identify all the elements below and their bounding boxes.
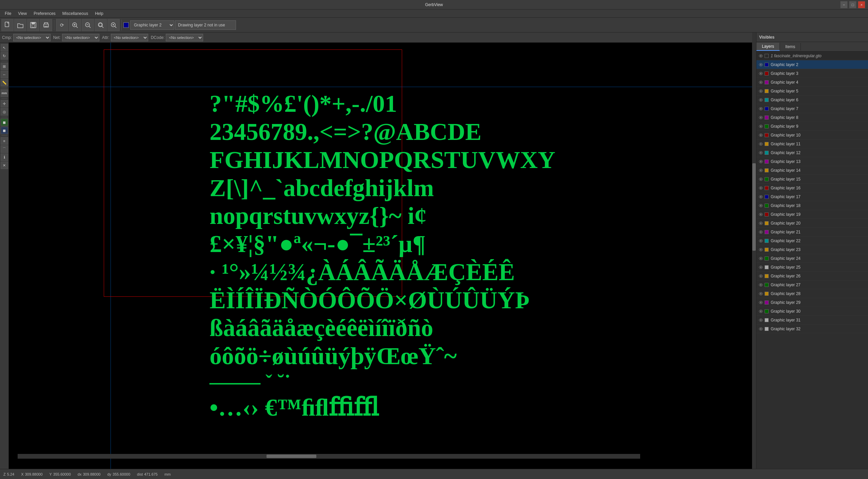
- layer-row[interactable]: 1 fascinate_inlineregular.gto: [756, 51, 868, 60]
- layer-row[interactable]: Graphic layer 23: [756, 245, 868, 254]
- layer-visibility-icon[interactable]: [758, 98, 763, 102]
- layer-row[interactable]: Graphic layer 11: [756, 140, 868, 148]
- layer-visibility-icon[interactable]: [758, 309, 763, 314]
- layer-visibility-icon[interactable]: [758, 186, 763, 190]
- layer-visibility-icon[interactable]: [758, 159, 763, 164]
- panel-scrollbar-thumb[interactable]: [752, 163, 756, 251]
- layer-visibility-icon[interactable]: [758, 274, 763, 278]
- layer-selector[interactable]: Graphic layer 2 Graphic layer 3 Graphic …: [130, 20, 174, 30]
- layer-visibility-icon[interactable]: [758, 62, 763, 67]
- layer-visibility-icon[interactable]: [758, 194, 763, 199]
- tab-items[interactable]: Items: [780, 43, 801, 50]
- layer-row[interactable]: Graphic layer 31: [756, 316, 868, 325]
- attr-select[interactable]: <No selection>: [111, 34, 148, 41]
- layer-visibility-icon[interactable]: [758, 168, 763, 173]
- info-tool[interactable]: ℹ: [1, 153, 8, 161]
- layer-row[interactable]: Graphic layer 20: [756, 219, 868, 228]
- zoom-area-button[interactable]: [107, 19, 120, 31]
- arc-tool[interactable]: ⌒: [1, 145, 8, 153]
- layer-row[interactable]: Graphic layer 24: [756, 254, 868, 263]
- tab-layers[interactable]: Layers: [756, 43, 780, 51]
- layer-row[interactable]: Graphic layer 32: [756, 325, 868, 333]
- layers-list[interactable]: 1 fascinate_inlineregular.gtoGraphic lay…: [756, 51, 868, 469]
- layer-row[interactable]: Graphic layer 17: [756, 192, 868, 201]
- layer-row[interactable]: Graphic layer 28: [756, 289, 868, 298]
- layer-visibility-icon[interactable]: [758, 133, 763, 138]
- layer-row[interactable]: Graphic layer 4: [756, 78, 868, 87]
- open-button[interactable]: [14, 19, 26, 31]
- save-button[interactable]: [27, 19, 39, 31]
- layer-visibility-icon[interactable]: [758, 230, 763, 234]
- layer-row[interactable]: Graphic layer 6: [756, 96, 868, 104]
- zoom-in-button[interactable]: [69, 19, 81, 31]
- layer-visibility-icon[interactable]: [758, 327, 763, 331]
- lines-tool[interactable]: ≡: [1, 137, 8, 145]
- layer-visibility-icon[interactable]: [758, 106, 763, 111]
- cmp-select[interactable]: <No selection>: [13, 34, 51, 41]
- layer-row[interactable]: Graphic layer 29: [756, 298, 868, 307]
- layer-visibility-icon[interactable]: [758, 80, 763, 85]
- layer-row[interactable]: Graphic layer 8: [756, 113, 868, 122]
- menu-file[interactable]: File: [1, 11, 15, 17]
- rotate-tool[interactable]: ↻: [1, 52, 8, 60]
- maximize-button[interactable]: □: [849, 1, 856, 8]
- layer-visibility-icon[interactable]: [758, 115, 763, 120]
- close-button[interactable]: ×: [858, 1, 865, 8]
- layer-visibility-icon[interactable]: [758, 212, 763, 217]
- layer-row[interactable]: Graphic layer 18: [756, 201, 868, 210]
- select-tool[interactable]: ↖: [1, 44, 8, 51]
- layer-visibility-icon[interactable]: [758, 291, 763, 296]
- layer-row[interactable]: Graphic layer 7: [756, 104, 868, 113]
- layer-tool-1[interactable]: ◼: [1, 119, 8, 126]
- horizontal-scrollbar[interactable]: [18, 454, 640, 459]
- layer-visibility-icon[interactable]: [758, 318, 763, 322]
- layer-visibility-icon[interactable]: [758, 300, 763, 305]
- measure-tool[interactable]: ↔: [1, 71, 8, 78]
- print-button[interactable]: [40, 19, 52, 31]
- layer-visibility-icon[interactable]: [758, 265, 763, 270]
- layer-visibility-icon[interactable]: [758, 177, 763, 182]
- zoom-fit-button[interactable]: [95, 19, 107, 31]
- cursor-tool[interactable]: ✛: [1, 100, 8, 107]
- layer-visibility-icon[interactable]: [758, 283, 763, 287]
- ruler-tool[interactable]: 📏: [1, 79, 8, 86]
- layer-row[interactable]: Graphic layer 19: [756, 210, 868, 219]
- layer-row[interactable]: Graphic layer 27: [756, 280, 868, 289]
- layer-row[interactable]: Graphic layer 15: [756, 175, 868, 184]
- menu-preferences[interactable]: Preferences: [30, 11, 59, 17]
- minimize-button[interactable]: −: [840, 1, 848, 8]
- layer-visibility-icon[interactable]: [758, 203, 763, 208]
- layer-row[interactable]: Graphic layer 10: [756, 131, 868, 140]
- layer-row[interactable]: Graphic layer 12: [756, 148, 868, 157]
- layer-visibility-icon[interactable]: [758, 142, 763, 146]
- menu-view[interactable]: View: [15, 11, 30, 17]
- layer-visibility-icon[interactable]: [758, 54, 763, 58]
- net-select[interactable]: <No selection>: [62, 34, 99, 41]
- layer-visibility-icon[interactable]: [758, 124, 763, 129]
- layer-row[interactable]: Graphic layer 30: [756, 307, 868, 316]
- hscroll-thumb[interactable]: [267, 455, 316, 458]
- layer-row[interactable]: Graphic layer 22: [756, 236, 868, 245]
- layer-row[interactable]: Graphic layer 9: [756, 122, 868, 131]
- zoom-out-button[interactable]: [82, 19, 94, 31]
- canvas-area[interactable]: ?"#$%£'()*+,-./01 23456789.,<=>?@ABCDE F…: [9, 43, 756, 469]
- layer-row[interactable]: Graphic layer 3: [756, 69, 868, 78]
- grid-tool[interactable]: ⊞: [1, 63, 8, 70]
- panel-scrollbar[interactable]: [752, 33, 756, 469]
- mm-label[interactable]: mm: [1, 89, 8, 97]
- layer-row[interactable]: Graphic layer 25: [756, 263, 868, 272]
- layer-visibility-icon[interactable]: [758, 71, 763, 76]
- layer-row[interactable]: Graphic layer 21: [756, 228, 868, 236]
- layer-tool-2[interactable]: ◼: [1, 127, 8, 134]
- layer-row[interactable]: Graphic layer 14: [756, 166, 868, 175]
- layer-row[interactable]: Graphic layer 13: [756, 157, 868, 166]
- dcode-select[interactable]: <No selection>: [166, 34, 203, 41]
- layer-row[interactable]: Graphic layer 26: [756, 272, 868, 280]
- layer-visibility-icon[interactable]: [758, 247, 763, 252]
- layer-row[interactable]: Graphic layer 16: [756, 184, 868, 192]
- menu-miscellaneous[interactable]: Miscellaneous: [59, 11, 92, 17]
- erase-tool[interactable]: ✕: [1, 162, 8, 169]
- layer-visibility-icon[interactable]: [758, 89, 763, 93]
- highlight-tool[interactable]: ◎: [1, 108, 8, 116]
- layer-visibility-icon[interactable]: [758, 238, 763, 243]
